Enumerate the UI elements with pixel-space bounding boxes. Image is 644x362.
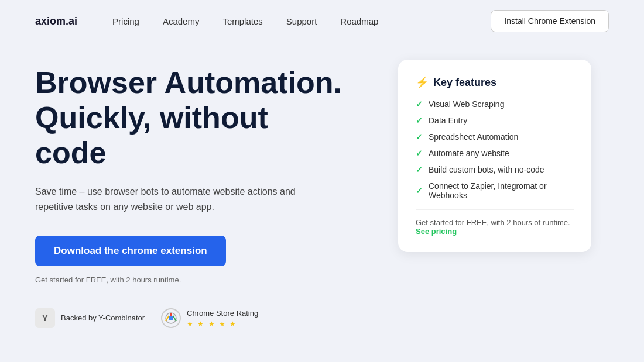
- feature-item-2: ✓ Data Entry: [416, 116, 574, 125]
- check-icon-4: ✓: [416, 149, 423, 158]
- key-features-card: ⚡ Key features ✓ Visual Web Scraping ✓ D…: [398, 60, 591, 252]
- svg-point-1: [169, 316, 173, 320]
- features-footer: Get started for FREE, with 2 hours of ru…: [416, 209, 574, 236]
- logo[interactable]: axiom.ai: [35, 15, 77, 27]
- feature-text-2: Data Entry: [429, 116, 467, 125]
- yc-label: Backed by Y-Combinator: [61, 313, 145, 322]
- install-extension-button[interactable]: Install Chrome Extension: [491, 10, 609, 32]
- hero-subtitle: Save time – use browser bots to automate…: [35, 184, 316, 214]
- chrome-store-icon: [161, 308, 181, 328]
- star-rating: ★ ★ ★ ★ ★: [187, 320, 237, 328]
- check-icon-5: ✓: [416, 165, 423, 174]
- features-footer-text: Get started for FREE, with 2 hours of ru…: [416, 218, 570, 227]
- feature-item-3: ✓ Spreadsheet Automation: [416, 132, 574, 142]
- check-icon-3: ✓: [416, 132, 423, 142]
- yc-icon: Y: [35, 308, 55, 328]
- feature-item-1: ✓ Visual Web Scraping: [416, 99, 574, 109]
- nav-links: Pricing Academy Templates Support Roadma…: [112, 16, 467, 26]
- hero-title: Browser Automation. Quickly, without cod…: [35, 65, 375, 170]
- download-extension-button[interactable]: Download the chrome extension: [35, 236, 226, 266]
- feature-item-5: ✓ Build custom bots, with no-code: [416, 165, 574, 174]
- nav-item-pricing[interactable]: Pricing: [112, 16, 139, 26]
- chrome-rating-info: Chrome Store Rating ★ ★ ★ ★ ★: [187, 308, 258, 329]
- feature-text-5: Build custom bots, with no-code: [429, 165, 544, 174]
- feature-text-6: Connect to Zapier, Integromat or Webhook…: [429, 181, 574, 200]
- hero-title-line2: Quickly, without: [35, 101, 268, 135]
- navbar: axiom.ai Pricing Academy Templates Suppo…: [0, 0, 644, 42]
- nav-item-academy[interactable]: Academy: [163, 16, 200, 26]
- check-icon-1: ✓: [416, 99, 423, 109]
- yc-badge: Y Backed by Y-Combinator: [35, 308, 145, 328]
- hero-title-line1: Browser Automation.: [35, 65, 342, 99]
- nav-item-roadmap[interactable]: Roadmap: [340, 16, 378, 26]
- nav-item-templates[interactable]: Templates: [222, 16, 262, 26]
- hero-section: Browser Automation. Quickly, without cod…: [35, 65, 375, 329]
- feature-item-4: ✓ Automate any website: [416, 149, 574, 158]
- main-content: Browser Automation. Quickly, without cod…: [0, 42, 644, 329]
- check-icon-6: ✓: [416, 186, 423, 195]
- feature-item-6: ✓ Connect to Zapier, Integromat or Webho…: [416, 181, 574, 200]
- lightning-icon: ⚡: [416, 76, 429, 89]
- cta-subtext: Get started for FREE, with 2 hours runti…: [35, 275, 375, 284]
- features-title: ⚡ Key features: [416, 76, 574, 89]
- feature-text-1: Visual Web Scraping: [429, 99, 504, 109]
- hero-title-line3: code: [35, 136, 106, 170]
- check-icon-2: ✓: [416, 116, 423, 125]
- chrome-badge: Chrome Store Rating ★ ★ ★ ★ ★: [161, 308, 258, 329]
- feature-text-3: Spreadsheet Automation: [429, 132, 518, 142]
- nav-item-support[interactable]: Support: [286, 16, 317, 26]
- chrome-store-label: Chrome Store Rating: [187, 309, 258, 318]
- badges: Y Backed by Y-Combinator Chrome Store Ra…: [35, 308, 375, 329]
- see-pricing-link[interactable]: See pricing: [416, 227, 457, 236]
- features-title-text: Key features: [433, 77, 496, 89]
- feature-text-4: Automate any website: [429, 149, 509, 158]
